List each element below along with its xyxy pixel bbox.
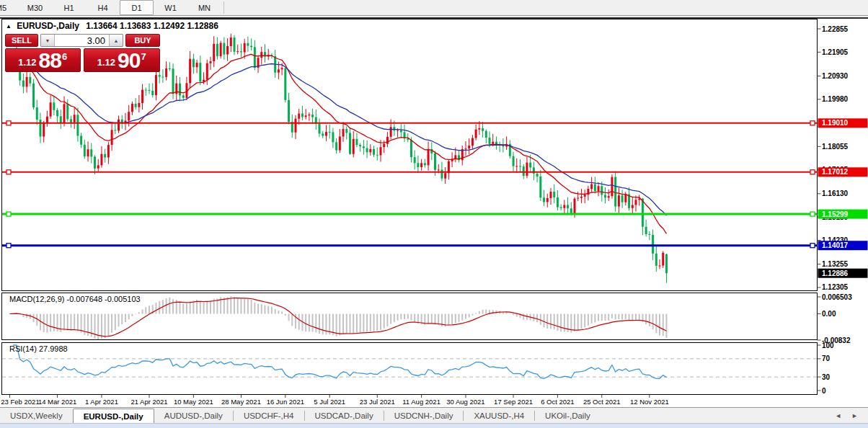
timeframe-button-d1[interactable]: D1	[120, 0, 154, 15]
timeframe-toolbar: M5M30H1H4D1W1MN	[0, 0, 868, 16]
chart-title: ▲ EURUSD-,Daily 1.13664 1.13683 1.12492 …	[6, 21, 218, 31]
symbol-tab-bar: USDX,WeeklyEURUSD-,DailyAUDUSD-,DailyUSD…	[0, 407, 868, 424]
svg-text:6 Oct 2021: 6 Oct 2021	[541, 398, 574, 406]
sell-price-pip: 6	[62, 51, 67, 62]
volume-spinner: ▼ 3.00 ▲	[40, 34, 123, 47]
rsi-indicator-label: RSI(14) 27.9988	[9, 344, 68, 353]
volume-increase-icon[interactable]: ▲	[109, 35, 123, 46]
svg-text:1 Apr 2021: 1 Apr 2021	[85, 398, 118, 406]
svg-text:1.21905: 1.21905	[822, 48, 849, 56]
tab-scroll-left-icon[interactable]: ◄	[835, 412, 841, 419]
svg-text:30 Aug 2021: 30 Aug 2021	[446, 398, 484, 406]
chart-symbol-label: EURUSD-,Daily	[17, 21, 79, 31]
one-click-trade-widget: SELL ▼ 3.00 ▲ BUY 1.12 88 6 1.12 90 7	[5, 34, 160, 72]
toolbar-divider	[223, 1, 224, 14]
sell-button[interactable]: SELL	[5, 34, 38, 47]
volume-decrease-icon[interactable]: ▼	[41, 35, 55, 46]
svg-text:1.12305: 1.12305	[822, 283, 849, 291]
buy-price-prefix: 1.12	[97, 57, 115, 68]
tab-ukoil-daily[interactable]: UKOil-,Daily	[535, 408, 601, 424]
svg-text:17 Sep 2021: 17 Sep 2021	[494, 398, 533, 406]
timeframe-button-mn[interactable]: MN	[187, 0, 221, 15]
svg-text:10 May 2021: 10 May 2021	[174, 398, 213, 406]
svg-text:23 Feb 2021: 23 Feb 2021	[1, 398, 39, 406]
svg-text:1.22855: 1.22855	[822, 25, 849, 33]
timeframe-button-m30[interactable]: M30	[18, 0, 52, 15]
buy-price-pip: 7	[141, 51, 146, 62]
rsi-pane	[2, 345, 818, 378]
buy-button[interactable]: BUY	[125, 34, 160, 47]
svg-text:0.00: 0.00	[822, 310, 836, 318]
tab-usdcnh-daily[interactable]: USDCNH-,Daily	[384, 408, 464, 424]
price-chart-canvas[interactable]: 1.228551.219051.209301.199801.190051.180…	[0, 19, 868, 409]
horizontal-line-objects[interactable]	[2, 121, 818, 248]
svg-text:1.16130: 1.16130	[822, 190, 849, 197]
svg-text:23 Jul 2021: 23 Jul 2021	[360, 398, 395, 406]
tab-scroll-right-icon[interactable]: ►	[851, 412, 858, 419]
buy-price-big: 90	[118, 50, 140, 71]
svg-text:1.18055: 1.18055	[822, 143, 849, 151]
svg-text:100: 100	[822, 342, 834, 349]
timeframe-button-h4[interactable]: H4	[86, 0, 120, 15]
tab-eurusd-daily[interactable]: EURUSD-,Daily	[73, 409, 154, 424]
sell-price-button[interactable]: 1.12 88 6	[5, 48, 81, 72]
timeframe-button-m5[interactable]: M5	[0, 0, 18, 15]
svg-text:1.17012: 1.17012	[822, 168, 849, 176]
svg-text:11 Aug 2021: 11 Aug 2021	[402, 398, 440, 406]
tab-scroll-arrows: ◄►	[835, 408, 868, 424]
sell-price-big: 88	[39, 50, 61, 71]
svg-text:28 May 2021: 28 May 2021	[221, 398, 261, 406]
svg-text:0: 0	[822, 387, 826, 395]
svg-text:12 Nov 2021: 12 Nov 2021	[630, 398, 669, 406]
svg-text:1.20930: 1.20930	[822, 72, 849, 80]
svg-text:1.15299: 1.15299	[822, 210, 849, 218]
svg-text:0.006503: 0.006503	[822, 293, 852, 301]
tab-usdx-weekly[interactable]: USDX,Weekly	[0, 408, 73, 424]
tab-usdchf-h4[interactable]: USDCHF-,H4	[234, 408, 304, 424]
svg-text:14 Mar 2021: 14 Mar 2021	[38, 398, 76, 406]
buy-price-button[interactable]: 1.12 90 7	[84, 48, 161, 72]
chart-window: 1.228551.219051.209301.199801.190051.180…	[0, 17, 868, 409]
svg-text:1.14017: 1.14017	[822, 241, 849, 249]
svg-text:25 Oct 2021: 25 Oct 2021	[583, 398, 621, 406]
mt4-terminal: M5M30H1H4D1W1MN 1.228551.219051.209301.1…	[0, 0, 868, 428]
volume-input[interactable]: 3.00	[55, 35, 109, 46]
timeframe-button-w1[interactable]: W1	[154, 0, 187, 15]
tab-audusd-daily[interactable]: AUDUSD-,Daily	[154, 408, 233, 424]
timeframe-button-h1[interactable]: H1	[52, 0, 86, 15]
collapse-chart-icon[interactable]: ▲	[6, 23, 12, 30]
tab-usdcad-daily[interactable]: USDCAD-,Daily	[305, 408, 384, 424]
svg-text:30: 30	[822, 373, 831, 381]
svg-text:1.13255: 1.13255	[822, 260, 849, 268]
time-axis: 23 Feb 202114 Mar 20211 Apr 202121 Apr 2…	[1, 395, 668, 406]
tab-xauusd-h4[interactable]: XAUUSD-,H4	[464, 408, 534, 424]
status-strip	[0, 423, 868, 428]
svg-text:1.19010: 1.19010	[822, 119, 849, 127]
svg-text:70: 70	[822, 355, 831, 362]
svg-text:1.19980: 1.19980	[822, 95, 849, 103]
chart-ohlc-values: 1.13664 1.13683 1.12492 1.12886	[86, 21, 218, 31]
macd-indicator-label: MACD(12,26,9) -0.007648 -0.005103	[9, 295, 141, 303]
svg-text:5 Jul 2021: 5 Jul 2021	[314, 398, 345, 406]
svg-text:1.12886: 1.12886	[822, 269, 849, 277]
pane-borders	[2, 19, 818, 395]
sell-price-prefix: 1.12	[18, 57, 36, 68]
svg-text:21 Apr 2021: 21 Apr 2021	[130, 398, 167, 406]
svg-text:16 Jun 2021: 16 Jun 2021	[267, 398, 304, 406]
